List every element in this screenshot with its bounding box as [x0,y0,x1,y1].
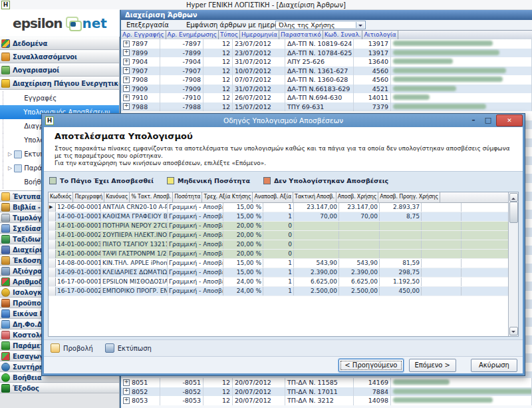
table-row[interactable]: 7988 -7988 12 15/07/2012 ΤΠΥ 69-631 7379 [121,102,532,112]
table-row[interactable]: 7904 -7904 12 31/07/2012 ΑΠΥ 25-626 1364… [121,57,532,67]
result-row[interactable]: 16-17-00-0001 EPSILON ΜΙΣΘΟΔΟΣΙΑ - Γραμμ… [49,278,509,287]
table-row[interactable]: 8051 -8051 12 20/07/2012 ΤΠ-ΔΑ Ν. 11585 … [121,378,532,387]
row-selector-gutter[interactable] [49,222,56,230]
result-row[interactable]: 16-17-00-0002 ΕΜΠΟΡΙΚΟ ΠΡΟΓΡ. ENTEI Γραμ… [49,287,509,296]
sidebar-group-item[interactable]: Συναλλασσόμενοι [0,50,119,63]
column-header[interactable]: Αποσβ. Χρήσης [336,192,378,202]
sidebar-group-item[interactable]: Λογαριασμοί [0,63,119,77]
expand-plus-icon[interactable] [123,379,130,386]
cell-code: 14-01-00-0001 [56,222,101,230]
column-header[interactable]: Τακτική Αποσβ. [293,192,336,202]
column-header[interactable]: Ημερομηνία [240,31,279,40]
row-selector-gutter[interactable] [49,212,56,221]
row-selector-gutter[interactable] [49,259,56,268]
cell-code: 12-06-00-0001 [56,203,101,212]
column-header[interactable]: Αιτιολογία [362,31,398,40]
expand-plus-icon[interactable] [123,41,130,47]
logo-mark-icon [65,17,80,30]
result-row[interactable]: 14-09-01-0001 ΚΛΕΙΔΑΡΙΕΣ ΔΩΜΑΤΙΩΝ Ι Γραμ… [49,268,509,278]
column-header[interactable]: Αποσβ. Προηγ. Χρήσης [378,192,440,202]
scroll-down-icon[interactable] [509,327,518,335]
next-button[interactable]: Επόμενο > [409,359,457,372]
expand-plus-icon[interactable] [123,67,130,74]
print-button[interactable]: Εκτύπωση [105,343,152,353]
table-row[interactable]: 7899 -7899 12 23/07/2012 ΔΑ-ΤΠ Ν. 10784-… [121,49,532,58]
column-header[interactable]: % Τακτ. Αποσβ. [130,192,173,202]
result-row[interactable]: 14-01-00-0004 ΤΑΨΙ ΓΑΣΤΡΟΝΡΜ 1/2-6, Γραμ… [49,250,509,259]
maximize-button[interactable] [481,116,495,126]
column-header[interactable]: Περιγραφή [73,192,104,202]
sidebar-group-item[interactable]: Έξοδος [0,383,119,393]
cell-reason [391,387,532,397]
cell-depreciation-use [422,250,462,258]
column-header[interactable]: Αρ. Εγγραφής [121,31,166,40]
cell-depreciation-use [422,278,462,286]
column-header[interactable]: Αναποσβ. Αξία [253,192,293,202]
cell-pct: 24,00 % [223,287,263,296]
cell-code: 13640 [354,57,391,67]
report-icon [14,150,22,158]
menu-edit[interactable]: Επεξεργασία [126,21,169,29]
table-row[interactable]: 7908 -7908 12 07/07/2012 ΔΑ-ΤΠ Ν. 1360-6… [121,75,532,85]
chevron-down-icon[interactable] [356,22,364,28]
column-header[interactable]: Παραστατικό [279,31,323,40]
vertical-scrollbar[interactable] [508,192,518,336]
cell-code: 13917 [354,39,391,49]
table-row[interactable]: 7897 -7897 12 23/07/2012 ΔΑ-ΤΠ Ν. 10819-… [121,39,532,49]
cell-document: ΑΠΥ 25-626 [285,57,354,67]
table-row[interactable]: 8053 -8053 12 20/07/2012 ΤΠ-ΔΑ Ν. 3212 1… [121,396,532,405]
table-row[interactable]: 8052 -8052 12 20/07/2012 ΤΠ-ΔΑ Ν. 17011 … [121,387,532,397]
cell-type: 12 [203,57,233,67]
table-row[interactable]: 7910 -7910 12 26/07/2012 ΔΑ-ΤΠ Ν.694-630… [121,93,532,102]
row-selector-gutter[interactable] [49,287,56,296]
result-row[interactable]: 12-06-00-0001 ΑΝΤΛΙΑ CRN20-10 A-P-G Γραμ… [49,203,509,212]
column-header[interactable]: Κανόνας [104,192,130,202]
table-row[interactable]: 7909 -7909 12 31/07/2012 ΔΑ-ΤΠ Ν.66183-6… [121,85,532,94]
result-row[interactable]: 14-01-00-0002 ΣΟΥΠΙΕΡΑ ΗΛΕΚΤ.INOX 1 Γραμ… [49,231,509,240]
sidebar-tree-item[interactable]: Εγγραφές [3,91,119,105]
cancel-button[interactable]: Ακύρωση [471,359,517,372]
expand-plus-icon[interactable] [123,59,130,65]
cell-qty: 1 [263,259,294,268]
expand-plus-icon[interactable] [123,103,130,110]
row-selector-gutter[interactable] [49,203,56,212]
expand-plus-icon[interactable] [123,95,130,101]
preview-button[interactable]: Προβολή [51,343,93,353]
column-header[interactable]: Ποσότητα [173,192,202,202]
expand-plus-icon[interactable] [123,49,130,56]
minimize-button[interactable] [467,116,480,126]
table-row[interactable]: 7907 -7907 12 10/07/2012 ΔΑ-ΤΠ Ν. 1361-6… [121,67,532,76]
expand-plus-icon[interactable] [123,388,130,395]
result-row[interactable]: 14-00-01-0001 ΚΑΘΙΣΜΑ ΓΡΑΦΕΙΟΥ BF2 Γραμμ… [49,212,509,222]
cell-code: 14011 [354,93,391,102]
row-selector-gutter[interactable] [49,240,56,249]
cell-code: 14169 [354,378,391,387]
chevron-right-icon[interactable] [8,151,12,157]
row-selector-gutter[interactable] [49,268,56,277]
sidebar-group-label: Αξιόγρα [13,268,42,275]
row-selector-gutter[interactable] [49,231,56,240]
articles-rows-bottom: 8051 -8051 12 20/07/2012 ΤΠ-ΔΑ Ν. 11585 … [121,378,532,408]
close-button[interactable] [496,114,523,126]
chevron-right-icon[interactable] [8,165,12,171]
expand-plus-icon[interactable] [123,85,130,92]
expand-plus-icon[interactable] [123,397,130,404]
column-header[interactable]: Τρεχ. Αξία Κτήσης [202,192,253,202]
sidebar-group-item[interactable]: Διαχείριση Πάγιου Ενεργητικού [0,77,119,90]
result-row[interactable]: 14-08-00-0001 ΚΙΝ.ΤΗΛ. APPLE iPhone 4 Γρ… [49,259,509,268]
column-header[interactable]: Κωδ. Συναλ. [323,31,363,40]
previous-button[interactable]: < Προηγούμενο [338,359,403,372]
legend-label: Δεν Υπολογίστηκαν Αποσβέσεις [274,177,388,184]
column-header[interactable]: Τύπος [219,31,240,40]
result-row[interactable]: 14-01-00-0001 ΠΟΤΗΡΙΑ ΝΕΡΟΥ 27CL Γραμμικ… [49,222,509,231]
column-header[interactable]: Κωδικός [49,192,73,202]
row-selector-gutter[interactable] [49,278,56,286]
column-header[interactable]: Αρ. Ενημέρωσης [166,31,219,40]
scroll-up-icon[interactable] [509,193,518,202]
expand-plus-icon[interactable] [123,77,130,83]
result-row[interactable]: 14-01-00-0003 ΠΙΑΤΟ ΤΣΑΓΙΟΥ 132116 Ρ Γρα… [49,240,509,250]
scrollbar-thumb[interactable] [509,202,518,223]
row-selector-gutter[interactable] [49,250,56,258]
sidebar-group-item[interactable]: Δεδομένα [0,37,119,50]
period-combobox[interactable]: Όλης της Χρήσης [275,21,366,29]
